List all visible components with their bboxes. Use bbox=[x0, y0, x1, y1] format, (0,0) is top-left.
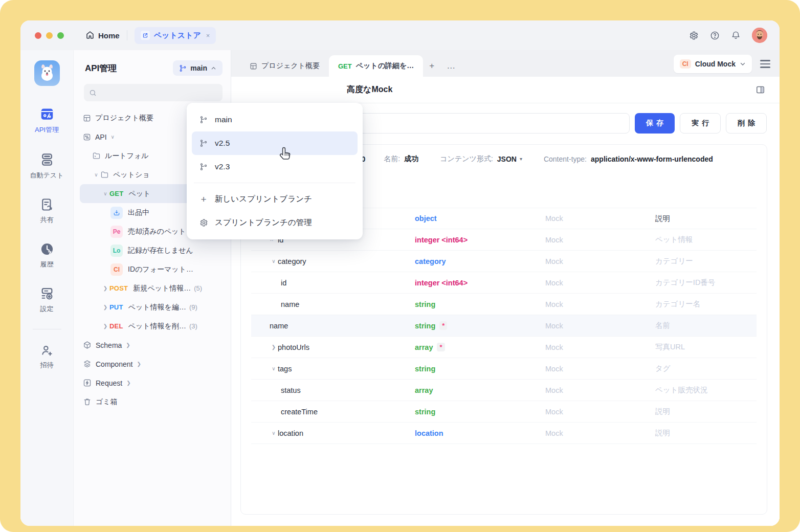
close-window-button[interactable] bbox=[35, 32, 41, 39]
tab-project-overview[interactable]: プロジェクト概要 bbox=[240, 55, 329, 77]
field-type-cell[interactable]: string* bbox=[415, 321, 545, 330]
field-type-cell[interactable]: string bbox=[415, 300, 545, 308]
branch-option-v2.5[interactable]: v2.5 bbox=[192, 131, 358, 155]
delete-button[interactable]: 削除 bbox=[726, 113, 767, 134]
chevron-right-icon[interactable]: ❯ bbox=[101, 304, 109, 310]
cloud-mock-selector[interactable]: Cl Cloud Mock bbox=[674, 55, 752, 73]
chevron-down-icon[interactable]: ∨ bbox=[270, 430, 278, 436]
bell-icon[interactable] bbox=[731, 31, 741, 40]
chevron-down-icon[interactable]: ∨ bbox=[92, 172, 100, 178]
field-type-cell[interactable]: category bbox=[415, 257, 545, 265]
mock-cell[interactable]: Mock bbox=[545, 257, 655, 265]
home-button[interactable]: Home bbox=[85, 30, 120, 41]
field-name-cell[interactable]: name bbox=[251, 300, 415, 308]
mock-cell[interactable]: Mock bbox=[545, 343, 655, 351]
tree-item-post[interactable]: ❯POST新規ペット情報…(5) bbox=[80, 279, 226, 298]
format-select[interactable]: JSON ▾ bbox=[497, 155, 522, 163]
split-panel-icon[interactable] bbox=[755, 85, 765, 95]
mock-cell[interactable]: Mock bbox=[545, 279, 655, 287]
sidebar-item-share[interactable]: 共有 bbox=[20, 197, 73, 225]
new-sprint-branch-button[interactable]: +新しいスプリントブランチ bbox=[192, 187, 358, 211]
manage-sprint-branch-button[interactable]: スプリントブランチの管理 bbox=[192, 211, 358, 234]
close-tab-icon[interactable]: × bbox=[206, 32, 210, 39]
description-cell[interactable]: ペット販売状況 bbox=[655, 385, 757, 395]
field-name-cell[interactable]: ❯photoUrls bbox=[251, 343, 415, 351]
description-cell[interactable]: カテゴリー bbox=[655, 256, 757, 266]
chevron-right-icon[interactable]: ❯ bbox=[126, 342, 130, 348]
tab-endpoint[interactable]: GET ペットの詳細を… bbox=[329, 55, 423, 77]
field-name-cell[interactable]: ∨location bbox=[251, 429, 415, 437]
description-cell[interactable]: ペット情報 bbox=[655, 235, 757, 245]
field-type-cell[interactable]: location bbox=[415, 429, 545, 437]
field-type-cell[interactable]: string bbox=[415, 408, 545, 416]
field-name-cell[interactable]: status bbox=[251, 386, 415, 394]
tree-item-ゴミ箱[interactable]: ゴミ箱 bbox=[80, 392, 226, 411]
mock-cell[interactable]: Mock bbox=[545, 408, 655, 416]
chevron-down-icon[interactable]: ∨ bbox=[270, 366, 278, 371]
chevron-right-icon[interactable]: ❯ bbox=[101, 285, 109, 291]
branch-selector-button[interactable]: main bbox=[173, 60, 223, 76]
tree-item-Request[interactable]: Request❯ bbox=[80, 373, 226, 392]
field-name-cell[interactable]: ∨tags bbox=[251, 365, 415, 373]
field-type-cell[interactable]: integer <int64> bbox=[415, 279, 545, 287]
project-logo[interactable] bbox=[34, 60, 60, 86]
menu-icon[interactable] bbox=[760, 60, 770, 68]
mock-cell[interactable]: Mock bbox=[545, 236, 655, 244]
sidebar-item-api[interactable]: API管理 bbox=[20, 106, 73, 135]
mock-cell[interactable]: Mock bbox=[545, 300, 655, 308]
field-name-cell[interactable]: ∨category bbox=[251, 257, 415, 265]
save-button[interactable]: 保存 bbox=[635, 113, 675, 134]
description-cell[interactable]: 説明 bbox=[655, 407, 757, 416]
field-type-cell[interactable]: array* bbox=[415, 343, 545, 351]
tree-item-del[interactable]: ❯DELペット情報を削…(3) bbox=[80, 317, 226, 336]
field-name-cell[interactable]: createTime bbox=[251, 408, 415, 416]
description-cell[interactable]: タグ bbox=[655, 364, 757, 373]
description-cell[interactable]: 説明 bbox=[655, 214, 757, 224]
tree-item-IDのフォーマット…[interactable]: ClIDのフォーマット… bbox=[80, 260, 226, 279]
mock-cell[interactable]: Mock bbox=[545, 365, 655, 373]
chevron-down-icon[interactable]: ∨ bbox=[270, 258, 278, 264]
gear-icon[interactable] bbox=[689, 31, 699, 40]
mock-cell[interactable]: Mock bbox=[545, 429, 655, 437]
description-cell[interactable]: 説明 bbox=[655, 428, 757, 438]
field-name-cell[interactable]: id bbox=[251, 279, 415, 287]
sidebar-item-invite[interactable]: 招待 bbox=[20, 344, 73, 370]
chevron-down-icon[interactable]: ∨ bbox=[111, 134, 115, 140]
tab-more-button[interactable]: … bbox=[440, 55, 461, 77]
branch-option-v2.3[interactable]: v2.3 bbox=[192, 155, 358, 179]
field-name-cell[interactable]: name bbox=[251, 322, 415, 330]
description-cell[interactable]: カテゴリー名 bbox=[655, 299, 757, 309]
maximize-window-button[interactable] bbox=[57, 32, 64, 39]
field-type-cell[interactable]: object bbox=[415, 214, 545, 223]
mock-cell[interactable]: Mock bbox=[545, 386, 655, 394]
description-cell[interactable]: 写真URL bbox=[655, 342, 757, 352]
mock-cell[interactable]: Mock bbox=[545, 214, 655, 223]
description-cell[interactable]: カテゴリーID番号 bbox=[655, 278, 757, 287]
chevron-down-icon[interactable]: ∨ bbox=[101, 191, 109, 196]
chevron-right-icon[interactable]: ❯ bbox=[137, 361, 141, 367]
mock-cell[interactable]: Mock bbox=[545, 322, 655, 330]
field-type-cell[interactable]: array bbox=[415, 386, 545, 394]
chevron-right-icon[interactable]: ❯ bbox=[270, 344, 278, 350]
field-type-cell[interactable]: integer <int64> bbox=[415, 236, 545, 244]
workspace-tab[interactable]: ペットストア × bbox=[135, 27, 216, 44]
tree-item-Component[interactable]: Component❯ bbox=[80, 354, 226, 373]
chevron-right-icon[interactable]: ❯ bbox=[101, 323, 109, 329]
sidebar-item-settings[interactable]: 設定 bbox=[20, 286, 73, 314]
tree-item-記録が存在しません[interactable]: Lo記録が存在しません bbox=[80, 241, 226, 260]
description-cell[interactable]: 名前 bbox=[655, 321, 757, 330]
new-tab-button[interactable]: + bbox=[423, 55, 440, 77]
field-type-cell[interactable]: string bbox=[415, 365, 545, 373]
user-avatar[interactable] bbox=[752, 28, 767, 43]
window-controls[interactable] bbox=[35, 32, 64, 39]
mock-expression-input[interactable]: } bbox=[332, 113, 630, 134]
tree-item-Schema[interactable]: Schema❯ bbox=[80, 336, 226, 354]
chevron-right-icon[interactable]: ❯ bbox=[126, 380, 130, 386]
run-button[interactable]: 実行 bbox=[680, 113, 721, 134]
branch-option-main[interactable]: main bbox=[192, 108, 358, 131]
sidebar-item-history[interactable]: 履歴 bbox=[20, 242, 73, 269]
sidebar-item-auto-test[interactable]: 自動テスト bbox=[20, 152, 73, 180]
help-icon[interactable] bbox=[710, 31, 720, 40]
minimize-window-button[interactable] bbox=[46, 32, 53, 39]
search-input[interactable] bbox=[84, 84, 223, 101]
